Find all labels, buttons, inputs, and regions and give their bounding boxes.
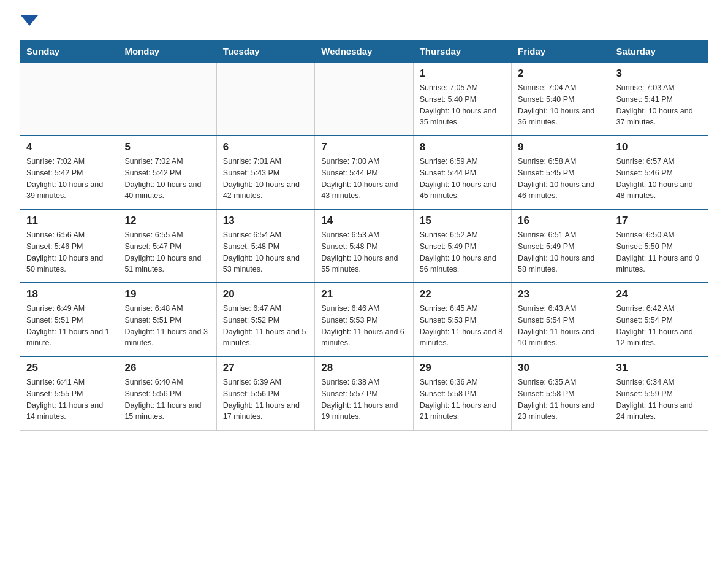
day-number: 28 xyxy=(321,362,406,374)
day-of-week-header: Sunday xyxy=(20,41,118,63)
day-info: Sunrise: 6:59 AMSunset: 5:44 PMDaylight:… xyxy=(420,156,505,202)
calendar-cell: 17Sunrise: 6:50 AMSunset: 5:50 PMDayligh… xyxy=(610,209,708,283)
day-number: 4 xyxy=(26,141,112,153)
calendar-header: SundayMondayTuesdayWednesdayThursdayFrid… xyxy=(20,41,708,63)
day-info: Sunrise: 6:49 AMSunset: 5:51 PMDaylight:… xyxy=(26,303,112,349)
calendar-cell: 20Sunrise: 6:47 AMSunset: 5:52 PMDayligh… xyxy=(216,283,314,356)
calendar-cell: 23Sunrise: 6:43 AMSunset: 5:54 PMDayligh… xyxy=(512,283,610,356)
day-number: 17 xyxy=(616,215,702,227)
day-number: 30 xyxy=(518,362,603,374)
day-number: 5 xyxy=(124,141,210,153)
day-info: Sunrise: 6:50 AMSunset: 5:50 PMDaylight:… xyxy=(616,229,702,275)
calendar-cell: 25Sunrise: 6:41 AMSunset: 5:55 PMDayligh… xyxy=(20,356,118,430)
day-info: Sunrise: 6:57 AMSunset: 5:46 PMDaylight:… xyxy=(616,156,702,202)
day-of-week-header: Monday xyxy=(118,41,216,63)
logo xyxy=(20,15,38,31)
calendar-cell: 29Sunrise: 6:36 AMSunset: 5:58 PMDayligh… xyxy=(413,356,511,430)
calendar-week-row: 4Sunrise: 7:02 AMSunset: 5:42 PMDaylight… xyxy=(20,136,708,209)
calendar-cell: 6Sunrise: 7:01 AMSunset: 5:43 PMDaylight… xyxy=(216,136,314,209)
calendar-cell: 5Sunrise: 7:02 AMSunset: 5:42 PMDaylight… xyxy=(118,136,216,209)
day-number: 25 xyxy=(26,362,112,374)
day-info: Sunrise: 6:43 AMSunset: 5:54 PMDaylight:… xyxy=(518,303,603,349)
day-info: Sunrise: 6:36 AMSunset: 5:58 PMDaylight:… xyxy=(420,377,505,423)
calendar-body: 1Sunrise: 7:05 AMSunset: 5:40 PMDaylight… xyxy=(20,62,708,430)
day-info: Sunrise: 6:51 AMSunset: 5:49 PMDaylight:… xyxy=(518,229,603,275)
calendar-cell: 27Sunrise: 6:39 AMSunset: 5:56 PMDayligh… xyxy=(216,356,314,430)
calendar-cell: 16Sunrise: 6:51 AMSunset: 5:49 PMDayligh… xyxy=(512,209,610,283)
day-info: Sunrise: 7:02 AMSunset: 5:42 PMDaylight:… xyxy=(26,156,112,202)
day-info: Sunrise: 6:53 AMSunset: 5:48 PMDaylight:… xyxy=(321,229,406,275)
day-number: 27 xyxy=(223,362,308,374)
calendar-week-row: 1Sunrise: 7:05 AMSunset: 5:40 PMDaylight… xyxy=(20,62,708,136)
day-info: Sunrise: 6:48 AMSunset: 5:51 PMDaylight:… xyxy=(124,303,210,349)
calendar-cell: 7Sunrise: 7:00 AMSunset: 5:44 PMDaylight… xyxy=(315,136,413,209)
calendar-cell: 26Sunrise: 6:40 AMSunset: 5:56 PMDayligh… xyxy=(118,356,216,430)
day-info: Sunrise: 7:05 AMSunset: 5:40 PMDaylight:… xyxy=(420,82,505,128)
day-info: Sunrise: 6:45 AMSunset: 5:53 PMDaylight:… xyxy=(420,303,505,349)
calendar-week-row: 25Sunrise: 6:41 AMSunset: 5:55 PMDayligh… xyxy=(20,356,708,430)
day-number: 23 xyxy=(518,288,603,301)
day-number: 24 xyxy=(616,288,702,301)
calendar-cell: 31Sunrise: 6:34 AMSunset: 5:59 PMDayligh… xyxy=(610,356,708,430)
calendar-cell xyxy=(216,62,314,136)
calendar-cell: 4Sunrise: 7:02 AMSunset: 5:42 PMDaylight… xyxy=(20,136,118,209)
calendar-cell: 1Sunrise: 7:05 AMSunset: 5:40 PMDaylight… xyxy=(413,62,511,136)
day-info: Sunrise: 6:58 AMSunset: 5:45 PMDaylight:… xyxy=(518,156,603,202)
calendar-week-row: 18Sunrise: 6:49 AMSunset: 5:51 PMDayligh… xyxy=(20,283,708,356)
calendar-cell: 15Sunrise: 6:52 AMSunset: 5:49 PMDayligh… xyxy=(413,209,511,283)
day-info: Sunrise: 6:40 AMSunset: 5:56 PMDaylight:… xyxy=(124,377,210,423)
day-number: 12 xyxy=(124,215,210,227)
day-info: Sunrise: 6:41 AMSunset: 5:55 PMDaylight:… xyxy=(26,377,112,423)
calendar-cell: 10Sunrise: 6:57 AMSunset: 5:46 PMDayligh… xyxy=(610,136,708,209)
days-of-week-row: SundayMondayTuesdayWednesdayThursdayFrid… xyxy=(20,41,708,63)
calendar-cell: 12Sunrise: 6:55 AMSunset: 5:47 PMDayligh… xyxy=(118,209,216,283)
day-info: Sunrise: 6:47 AMSunset: 5:52 PMDaylight:… xyxy=(223,303,308,349)
day-number: 7 xyxy=(321,141,406,153)
day-number: 16 xyxy=(518,215,603,227)
day-number: 21 xyxy=(321,288,406,301)
day-of-week-header: Tuesday xyxy=(216,41,314,63)
day-info: Sunrise: 7:00 AMSunset: 5:44 PMDaylight:… xyxy=(321,156,406,202)
day-number: 20 xyxy=(223,288,308,301)
day-info: Sunrise: 6:42 AMSunset: 5:54 PMDaylight:… xyxy=(616,303,702,349)
calendar-table: SundayMondayTuesdayWednesdayThursdayFrid… xyxy=(20,40,708,431)
day-of-week-header: Saturday xyxy=(610,41,708,63)
calendar-cell: 19Sunrise: 6:48 AMSunset: 5:51 PMDayligh… xyxy=(118,283,216,356)
calendar-cell: 11Sunrise: 6:56 AMSunset: 5:46 PMDayligh… xyxy=(20,209,118,283)
calendar-cell: 3Sunrise: 7:03 AMSunset: 5:41 PMDaylight… xyxy=(610,62,708,136)
day-info: Sunrise: 7:02 AMSunset: 5:42 PMDaylight:… xyxy=(124,156,210,202)
calendar-cell xyxy=(118,62,216,136)
calendar-cell: 13Sunrise: 6:54 AMSunset: 5:48 PMDayligh… xyxy=(216,209,314,283)
day-info: Sunrise: 6:35 AMSunset: 5:58 PMDaylight:… xyxy=(518,377,603,423)
day-info: Sunrise: 7:01 AMSunset: 5:43 PMDaylight:… xyxy=(223,156,308,202)
day-number: 29 xyxy=(420,362,505,374)
calendar-cell: 9Sunrise: 6:58 AMSunset: 5:45 PMDaylight… xyxy=(512,136,610,209)
day-number: 2 xyxy=(518,67,603,80)
day-info: Sunrise: 6:55 AMSunset: 5:47 PMDaylight:… xyxy=(124,229,210,275)
day-info: Sunrise: 6:54 AMSunset: 5:48 PMDaylight:… xyxy=(223,229,308,275)
day-number: 1 xyxy=(420,67,505,80)
calendar-cell: 30Sunrise: 6:35 AMSunset: 5:58 PMDayligh… xyxy=(512,356,610,430)
day-number: 18 xyxy=(26,288,112,301)
calendar-cell: 24Sunrise: 6:42 AMSunset: 5:54 PMDayligh… xyxy=(610,283,708,356)
day-info: Sunrise: 6:34 AMSunset: 5:59 PMDaylight:… xyxy=(616,377,702,423)
calendar-cell xyxy=(315,62,413,136)
day-of-week-header: Thursday xyxy=(413,41,511,63)
day-of-week-header: Wednesday xyxy=(315,41,413,63)
day-info: Sunrise: 6:38 AMSunset: 5:57 PMDaylight:… xyxy=(321,377,406,423)
day-number: 22 xyxy=(420,288,505,301)
calendar-cell: 8Sunrise: 6:59 AMSunset: 5:44 PMDaylight… xyxy=(413,136,511,209)
calendar-cell: 22Sunrise: 6:45 AMSunset: 5:53 PMDayligh… xyxy=(413,283,511,356)
day-info: Sunrise: 6:39 AMSunset: 5:56 PMDaylight:… xyxy=(223,377,308,423)
day-number: 6 xyxy=(223,141,308,153)
day-info: Sunrise: 6:56 AMSunset: 5:46 PMDaylight:… xyxy=(26,229,112,275)
day-of-week-header: Friday xyxy=(512,41,610,63)
calendar-cell: 18Sunrise: 6:49 AMSunset: 5:51 PMDayligh… xyxy=(20,283,118,356)
day-number: 3 xyxy=(616,67,702,80)
day-number: 19 xyxy=(124,288,210,301)
day-number: 10 xyxy=(616,141,702,153)
page-header xyxy=(20,15,708,31)
day-number: 9 xyxy=(518,141,603,153)
calendar-cell: 21Sunrise: 6:46 AMSunset: 5:53 PMDayligh… xyxy=(315,283,413,356)
day-number: 13 xyxy=(223,215,308,227)
